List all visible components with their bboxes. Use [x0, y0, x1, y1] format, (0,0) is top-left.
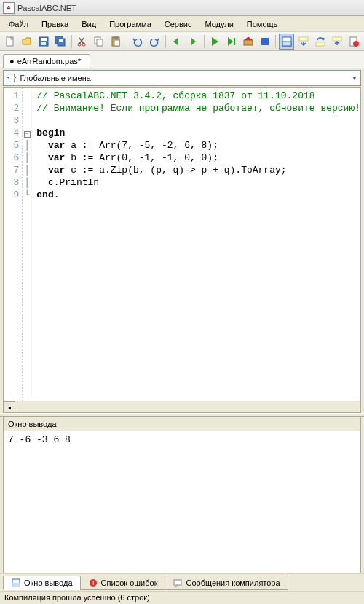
tab-errors[interactable]: ! Список ошибок: [80, 576, 166, 590]
svg-point-23: [353, 41, 359, 47]
svg-rect-12: [114, 36, 118, 39]
svg-rect-15: [244, 40, 253, 45]
svg-rect-3: [41, 42, 46, 45]
step-into-button[interactable]: [296, 34, 311, 50]
forward-button[interactable]: [186, 34, 201, 50]
output-text[interactable]: 7 -6 -3 6 8: [4, 431, 360, 573]
tab-output-label: Окно вывода: [24, 578, 73, 587]
chevron-down-icon: ▼: [352, 75, 357, 82]
svg-rect-16: [261, 38, 269, 45]
toolbar-separator: [165, 35, 166, 48]
svg-rect-20: [316, 42, 325, 46]
copy-button[interactable]: [92, 34, 107, 50]
line-gutter: 123456789: [4, 88, 23, 401]
undo-button[interactable]: [130, 34, 146, 50]
svg-rect-14: [234, 38, 235, 45]
status-bar: Компиляция прошла успешно (6 строк): [0, 591, 364, 604]
tab-errors-label: Список ошибок: [101, 578, 158, 587]
menu-view[interactable]: Вид: [76, 18, 102, 30]
breakpoint-button[interactable]: [346, 34, 361, 50]
menu-help[interactable]: Помощь: [241, 18, 284, 30]
fold-toggle-icon[interactable]: −: [24, 131, 31, 138]
svg-rect-19: [299, 37, 308, 41]
save-all-button[interactable]: [53, 34, 68, 50]
step-over-button[interactable]: [312, 34, 328, 50]
paste-button[interactable]: [108, 34, 124, 50]
tab-output[interactable]: Окно вывода: [3, 576, 81, 590]
window-title: PascalABC.NET: [17, 4, 76, 12]
status-text: Компиляция прошла успешно (6 строк): [4, 593, 150, 602]
step-out-button[interactable]: [329, 34, 344, 50]
menu-modules[interactable]: Модули: [199, 18, 239, 30]
stop-button[interactable]: [257, 34, 272, 50]
scope-dropdown[interactable]: {} Глобальные имена ▼: [3, 70, 361, 86]
code-area[interactable]: // PascalABC.NET 3.4.2, сборка 1837 от 1…: [32, 88, 360, 401]
svg-text:!: !: [92, 580, 93, 587]
braces-icon: {}: [7, 73, 17, 83]
svg-rect-28: [174, 580, 181, 585]
svg-rect-13: [114, 40, 119, 46]
menu-edit[interactable]: Правка: [36, 18, 74, 30]
tab-compiler-messages[interactable]: Сообщения компилятора: [165, 576, 288, 590]
error-list-icon: !: [88, 578, 98, 588]
build-button[interactable]: [240, 34, 256, 50]
svg-rect-21: [333, 37, 341, 41]
scroll-left-icon[interactable]: ◂: [4, 401, 15, 413]
editor-container: 123456789 − ││││└ // PascalABC.NET 3.4.2…: [3, 87, 361, 413]
output-icon: [11, 578, 21, 588]
back-button[interactable]: [169, 34, 184, 50]
cut-button[interactable]: [75, 34, 90, 50]
redo-button[interactable]: [147, 34, 162, 50]
save-button[interactable]: [36, 34, 52, 50]
toolbar: [0, 32, 364, 51]
svg-rect-18: [282, 42, 291, 46]
output-panel: Окно вывода 7 -6 -3 6 8: [3, 417, 361, 573]
toolbar-separator: [71, 35, 72, 48]
scope-label: Глобальные имена: [20, 74, 91, 82]
editor-tabs: ● eArrRandom.pas*: [0, 51, 364, 68]
new-file-button[interactable]: [3, 34, 18, 50]
bottom-tabstrip: Окно вывода ! Список ошибок Сообщения ко…: [0, 573, 364, 591]
run-button[interactable]: [207, 34, 222, 50]
messages-icon: [173, 578, 183, 588]
menu-program[interactable]: Программа: [103, 18, 157, 30]
toolbar-separator: [275, 35, 276, 48]
svg-rect-10: [97, 39, 103, 46]
title-bar: A PascalABC.NET: [0, 0, 364, 16]
menu-file[interactable]: Файл: [3, 18, 34, 30]
open-file-button[interactable]: [20, 34, 35, 50]
modified-indicator-icon: ●: [9, 57, 15, 66]
menu-bar: Файл Правка Вид Программа Сервис Модули …: [0, 16, 364, 32]
toolbar-separator: [127, 35, 127, 48]
app-icon: A: [3, 2, 15, 14]
horizontal-scrollbar[interactable]: ◂: [4, 401, 360, 412]
fold-column[interactable]: − ││││└: [23, 88, 32, 401]
tab-compiler-label: Сообщения компилятора: [186, 578, 280, 587]
svg-rect-6: [59, 39, 63, 42]
output-title: Окно вывода: [4, 417, 360, 431]
svg-rect-25: [12, 583, 20, 587]
run-no-debug-button[interactable]: [223, 34, 239, 50]
menu-service[interactable]: Сервис: [159, 18, 198, 30]
file-tab[interactable]: ● eArrRandom.pas*: [3, 54, 90, 68]
toolbar-separator: [204, 35, 205, 48]
tab-label: eArrRandom.pas*: [17, 57, 81, 66]
svg-rect-2: [41, 38, 47, 41]
toggle-output-button[interactable]: [279, 34, 294, 50]
code-editor[interactable]: 123456789 − ││││└ // PascalABC.NET 3.4.2…: [4, 88, 360, 401]
